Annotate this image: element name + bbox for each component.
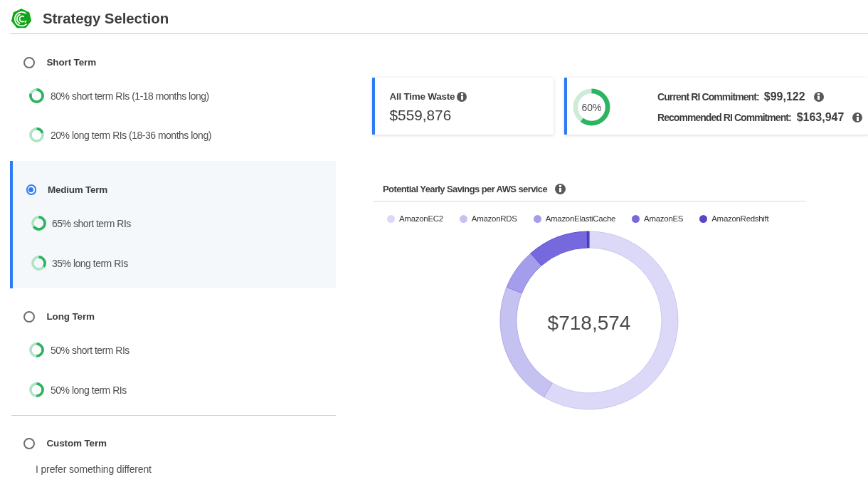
svg-text:60%: 60% <box>581 101 601 112</box>
svg-text:$718,574: $718,574 <box>548 312 631 334</box>
